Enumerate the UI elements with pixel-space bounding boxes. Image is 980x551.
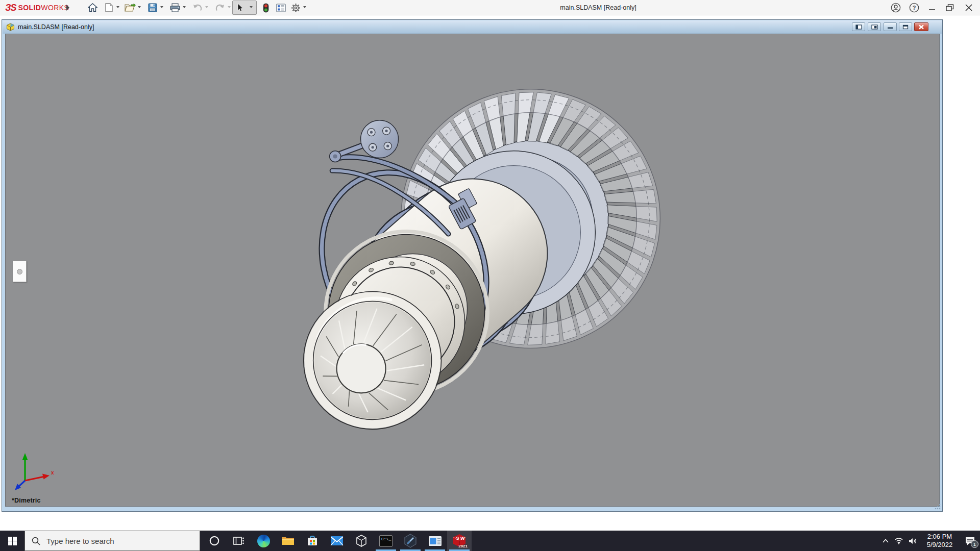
taskbar-solidworks-button[interactable]: S W 2021 — [447, 531, 472, 551]
graphics-viewport[interactable]: x *Dimetric — [5, 34, 940, 507]
svg-text:x: x — [51, 470, 54, 475]
start-button[interactable] — [0, 531, 24, 551]
chevron-up-icon — [883, 539, 889, 543]
jet-engine-model — [6, 34, 939, 506]
doc-pane-right-button[interactable] — [868, 22, 881, 31]
assembly-document-icon — [6, 23, 15, 31]
solidworks-taskbar-icon: S W 2021 — [452, 534, 467, 548]
user-account-icon — [891, 3, 901, 13]
view-orientation-label: *Dimetric — [12, 497, 41, 504]
search-placeholder: Type here to search — [46, 537, 114, 545]
cursor-icon — [237, 3, 244, 12]
app-minimize-button[interactable] — [925, 2, 939, 14]
app-restore-button[interactable] — [943, 2, 957, 14]
taskbar-edge-button[interactable] — [251, 531, 276, 551]
solidworks-year-badge: 2021 — [458, 544, 468, 548]
pane-right-icon — [871, 24, 878, 30]
close-icon — [965, 4, 972, 11]
doc-minimize-button[interactable] — [884, 22, 897, 31]
home-icon — [88, 3, 97, 12]
solidworks-logo-mark: ЗS — [5, 3, 16, 13]
cortana-icon — [209, 535, 220, 546]
doc-restore-icon — [902, 24, 909, 30]
undo-icon — [192, 4, 203, 12]
open-dropdown[interactable] — [138, 6, 141, 8]
rebuild-button[interactable] — [259, 1, 273, 14]
window-app-icon — [428, 536, 442, 546]
svg-text:?: ? — [913, 5, 916, 11]
undo-button[interactable] — [191, 1, 204, 14]
app-close-button[interactable] — [962, 2, 976, 14]
file-explorer-icon — [281, 535, 295, 546]
tray-volume-button[interactable] — [905, 531, 920, 551]
tray-show-hidden-button[interactable] — [879, 531, 892, 551]
solidworks-logo: ЗS SOLIDWORKS — [5, 2, 69, 13]
gear-icon — [291, 3, 301, 13]
minimize-icon — [928, 4, 936, 11]
feature-tree-collapse-tab[interactable] — [13, 261, 27, 282]
new-document-icon — [105, 3, 113, 12]
undo-dropdown[interactable] — [205, 6, 208, 8]
account-button[interactable] — [889, 2, 903, 14]
file-properties-button[interactable] — [274, 1, 287, 14]
document-title: main.SLDASM [Read-only] — [18, 23, 94, 31]
app-titlebar: ЗS SOLIDWORKS main.SLDASM [Read-only — [0, 0, 980, 15]
taskbar-search-input[interactable]: Type here to search — [24, 531, 200, 551]
select-tool-button[interactable] — [234, 1, 247, 14]
print-button[interactable] — [168, 1, 182, 14]
document-titlebar[interactable]: main.SLDASM [Read-only] — [3, 20, 942, 34]
svg-text:S: S — [456, 536, 459, 541]
taskbar-cortana-button[interactable] — [202, 531, 227, 551]
doc-close-icon — [918, 24, 924, 30]
app-window-title: main.SLDASM [Read-only] — [560, 4, 636, 11]
print-icon — [170, 3, 180, 12]
taskbar-file-explorer-button[interactable] — [276, 531, 300, 551]
speaker-icon — [909, 537, 917, 545]
doc-pane-left-button[interactable] — [852, 22, 865, 31]
system-tray: 2:06 PM 5/9/2022 1 — [879, 531, 980, 551]
search-icon — [32, 537, 40, 545]
svg-text:W: W — [460, 536, 465, 541]
select-tool-dropdown[interactable] — [250, 6, 253, 8]
taskbar-3d-viewer-button[interactable] — [349, 531, 374, 551]
taskbar-hexagon-app-button[interactable] — [398, 531, 423, 551]
doc-minimize-icon — [887, 24, 893, 29]
tray-clock-button[interactable]: 2:06 PM 5/9/2022 — [920, 531, 960, 551]
document-window: main.SLDASM [Read-only] — [2, 19, 943, 512]
command-prompt-icon: C:\_ — [379, 535, 393, 547]
pane-left-icon — [855, 24, 862, 30]
open-icon — [125, 3, 136, 12]
resize-grip[interactable] — [934, 503, 941, 510]
save-dropdown[interactable] — [160, 6, 163, 8]
taskbar-command-prompt-button[interactable]: C:\_ — [374, 531, 398, 551]
tray-network-button[interactable] — [892, 531, 905, 551]
save-icon — [148, 3, 157, 12]
taskbar-store-button[interactable] — [300, 531, 325, 551]
taskbar-window-app-button[interactable] — [423, 531, 447, 551]
microsoft-store-icon — [306, 535, 318, 547]
print-dropdown[interactable] — [183, 6, 186, 8]
taskbar-mail-button[interactable] — [325, 531, 349, 551]
help-button[interactable]: ? — [907, 2, 921, 14]
doc-close-button[interactable] — [914, 22, 928, 31]
save-button[interactable] — [146, 1, 159, 14]
notification-badge: 1 — [971, 540, 978, 548]
help-icon: ? — [909, 3, 919, 13]
options-button[interactable] — [289, 1, 302, 14]
redo-button[interactable] — [213, 1, 227, 14]
windows-logo-icon — [8, 537, 17, 545]
restore-icon — [946, 4, 954, 11]
action-center-button[interactable]: 1 — [960, 531, 980, 551]
menu-flyout-arrow[interactable] — [66, 5, 69, 11]
home-button[interactable] — [86, 1, 99, 14]
doc-restore-button[interactable] — [899, 22, 912, 31]
options-dropdown[interactable] — [303, 6, 306, 8]
open-button[interactable] — [124, 1, 137, 14]
orientation-triad-icon: x — [14, 451, 57, 493]
edge-icon — [257, 535, 270, 547]
new-document-dropdown[interactable] — [116, 6, 119, 8]
new-document-button[interactable] — [102, 1, 115, 14]
redo-dropdown[interactable] — [228, 6, 231, 8]
taskbar-task-view-button[interactable] — [227, 531, 251, 551]
hexagon-app-icon — [404, 534, 417, 548]
